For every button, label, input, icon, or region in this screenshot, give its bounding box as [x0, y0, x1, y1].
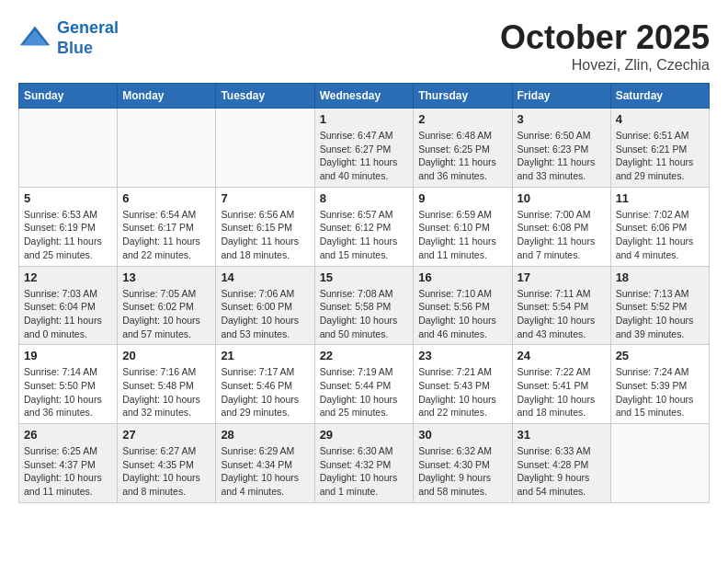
calendar-cell: 16Sunrise: 7:10 AM Sunset: 5:56 PM Dayli…	[414, 266, 512, 345]
calendar-cell: 30Sunrise: 6:32 AM Sunset: 4:30 PM Dayli…	[414, 424, 512, 503]
day-number: 1	[320, 112, 409, 126]
calendar-cell: 1Sunrise: 6:47 AM Sunset: 6:27 PM Daylig…	[314, 109, 414, 188]
calendar-cell: 17Sunrise: 7:11 AM Sunset: 5:54 PM Dayli…	[512, 266, 610, 345]
calendar-cell: 13Sunrise: 7:05 AM Sunset: 6:02 PM Dayli…	[118, 266, 216, 345]
day-info: Sunrise: 7:19 AM Sunset: 5:44 PM Dayligh…	[320, 365, 409, 419]
calendar-cell: 9Sunrise: 6:59 AM Sunset: 6:10 PM Daylig…	[414, 187, 512, 266]
day-number: 27	[122, 428, 210, 442]
day-number: 10	[518, 191, 606, 205]
day-info: Sunrise: 6:53 AM Sunset: 6:19 PM Dayligh…	[24, 208, 112, 262]
day-info: Sunrise: 7:02 AM Sunset: 6:06 PM Dayligh…	[616, 208, 704, 262]
day-number: 13	[122, 270, 210, 284]
day-number: 12	[24, 270, 112, 284]
day-info: Sunrise: 7:22 AM Sunset: 5:41 PM Dayligh…	[518, 365, 606, 419]
day-info: Sunrise: 7:13 AM Sunset: 5:52 PM Dayligh…	[616, 287, 704, 341]
day-info: Sunrise: 6:27 AM Sunset: 4:35 PM Dayligh…	[122, 444, 210, 499]
calendar-cell: 24Sunrise: 7:22 AM Sunset: 5:41 PM Dayli…	[512, 345, 610, 424]
day-info: Sunrise: 7:11 AM Sunset: 5:54 PM Dayligh…	[518, 287, 606, 341]
day-number: 25	[616, 349, 704, 362]
logo-line1: General	[57, 18, 119, 37]
day-number: 8	[320, 191, 409, 205]
day-info: Sunrise: 6:57 AM Sunset: 6:12 PM Dayligh…	[320, 208, 409, 262]
day-info: Sunrise: 7:16 AM Sunset: 5:48 PM Dayligh…	[122, 365, 210, 419]
day-info: Sunrise: 6:50 AM Sunset: 6:23 PM Dayligh…	[518, 129, 606, 183]
calendar-cell: 15Sunrise: 7:08 AM Sunset: 5:58 PM Dayli…	[314, 266, 414, 345]
header-friday: Friday	[512, 84, 610, 109]
calendar-header-row: SundayMondayTuesdayWednesdayThursdayFrid…	[19, 84, 710, 109]
day-number: 26	[24, 428, 112, 442]
calendar-cell: 3Sunrise: 6:50 AM Sunset: 6:23 PM Daylig…	[512, 109, 610, 188]
calendar-cell: 7Sunrise: 6:56 AM Sunset: 6:15 PM Daylig…	[216, 187, 314, 266]
calendar-cell: 29Sunrise: 6:30 AM Sunset: 4:32 PM Dayli…	[314, 424, 414, 503]
day-number: 20	[122, 349, 210, 362]
header-sunday: Sunday	[19, 84, 118, 109]
calendar-cell: 10Sunrise: 7:00 AM Sunset: 6:08 PM Dayli…	[512, 187, 610, 266]
header-saturday: Saturday	[610, 84, 709, 109]
day-info: Sunrise: 6:51 AM Sunset: 6:21 PM Dayligh…	[616, 129, 704, 183]
month-title: October 2025	[500, 18, 710, 57]
day-number: 24	[518, 349, 606, 362]
calendar-week-2: 5Sunrise: 6:53 AM Sunset: 6:19 PM Daylig…	[19, 187, 710, 266]
day-info: Sunrise: 7:21 AM Sunset: 5:43 PM Dayligh…	[418, 365, 506, 419]
day-info: Sunrise: 7:05 AM Sunset: 6:02 PM Dayligh…	[122, 287, 210, 341]
day-number: 4	[616, 112, 704, 126]
calendar-cell: 4Sunrise: 6:51 AM Sunset: 6:21 PM Daylig…	[610, 109, 709, 188]
day-number: 16	[418, 270, 506, 284]
calendar-cell	[216, 109, 314, 188]
day-info: Sunrise: 7:08 AM Sunset: 5:58 PM Dayligh…	[320, 287, 409, 341]
calendar-week-1: 1Sunrise: 6:47 AM Sunset: 6:27 PM Daylig…	[19, 109, 710, 188]
day-number: 14	[221, 270, 309, 284]
calendar-cell	[118, 109, 216, 188]
day-info: Sunrise: 7:17 AM Sunset: 5:46 PM Dayligh…	[221, 365, 309, 419]
logo-icon	[18, 22, 51, 55]
calendar-cell: 20Sunrise: 7:16 AM Sunset: 5:48 PM Dayli…	[118, 345, 216, 424]
day-number: 3	[518, 112, 606, 126]
day-number: 9	[418, 191, 506, 205]
day-number: 19	[24, 349, 112, 362]
header-wednesday: Wednesday	[314, 84, 414, 109]
calendar-table: SundayMondayTuesdayWednesdayThursdayFrid…	[18, 83, 710, 503]
day-number: 6	[122, 191, 210, 205]
calendar-cell: 19Sunrise: 7:14 AM Sunset: 5:50 PM Dayli…	[19, 345, 118, 424]
day-info: Sunrise: 6:47 AM Sunset: 6:27 PM Dayligh…	[320, 129, 409, 183]
calendar-cell: 31Sunrise: 6:33 AM Sunset: 4:28 PM Dayli…	[512, 424, 610, 503]
day-info: Sunrise: 6:59 AM Sunset: 6:10 PM Dayligh…	[418, 208, 506, 262]
calendar-cell	[610, 424, 709, 503]
day-number: 31	[518, 428, 606, 442]
logo-line2: Blue	[57, 39, 93, 57]
header-monday: Monday	[118, 84, 216, 109]
calendar-cell: 11Sunrise: 7:02 AM Sunset: 6:06 PM Dayli…	[610, 187, 709, 266]
day-info: Sunrise: 7:00 AM Sunset: 6:08 PM Dayligh…	[518, 208, 606, 262]
calendar-cell: 12Sunrise: 7:03 AM Sunset: 6:04 PM Dayli…	[19, 266, 118, 345]
calendar-cell: 26Sunrise: 6:25 AM Sunset: 4:37 PM Dayli…	[19, 424, 118, 503]
day-info: Sunrise: 7:24 AM Sunset: 5:39 PM Dayligh…	[616, 365, 704, 419]
day-info: Sunrise: 6:25 AM Sunset: 4:37 PM Dayligh…	[24, 444, 112, 499]
day-info: Sunrise: 7:14 AM Sunset: 5:50 PM Dayligh…	[24, 365, 112, 419]
calendar-cell: 6Sunrise: 6:54 AM Sunset: 6:17 PM Daylig…	[118, 187, 216, 266]
calendar-cell: 2Sunrise: 6:48 AM Sunset: 6:25 PM Daylig…	[414, 109, 512, 188]
day-number: 5	[24, 191, 112, 205]
day-number: 2	[418, 112, 506, 126]
day-number: 21	[221, 349, 309, 362]
calendar-cell: 14Sunrise: 7:06 AM Sunset: 6:00 PM Dayli…	[216, 266, 314, 345]
calendar-cell: 27Sunrise: 6:27 AM Sunset: 4:35 PM Dayli…	[118, 424, 216, 503]
title-block: October 2025 Hovezi, Zlin, Czechia	[500, 18, 710, 74]
day-number: 22	[320, 349, 409, 362]
header-thursday: Thursday	[414, 84, 512, 109]
day-number: 23	[418, 349, 506, 362]
logo-text: General Blue	[57, 18, 119, 58]
day-number: 11	[616, 191, 704, 205]
day-info: Sunrise: 7:03 AM Sunset: 6:04 PM Dayligh…	[24, 287, 112, 341]
calendar-week-3: 12Sunrise: 7:03 AM Sunset: 6:04 PM Dayli…	[19, 266, 710, 345]
calendar-cell: 21Sunrise: 7:17 AM Sunset: 5:46 PM Dayli…	[216, 345, 314, 424]
day-number: 29	[320, 428, 409, 442]
day-info: Sunrise: 6:29 AM Sunset: 4:34 PM Dayligh…	[221, 444, 309, 499]
day-number: 18	[616, 270, 704, 284]
day-number: 15	[320, 270, 409, 284]
day-info: Sunrise: 6:33 AM Sunset: 4:28 PM Dayligh…	[518, 444, 606, 499]
day-info: Sunrise: 6:32 AM Sunset: 4:30 PM Dayligh…	[418, 444, 506, 499]
page-header: General Blue October 2025 Hovezi, Zlin, …	[18, 18, 710, 74]
logo: General Blue	[18, 18, 119, 58]
calendar-week-4: 19Sunrise: 7:14 AM Sunset: 5:50 PM Dayli…	[19, 345, 710, 424]
day-number: 7	[221, 191, 309, 205]
